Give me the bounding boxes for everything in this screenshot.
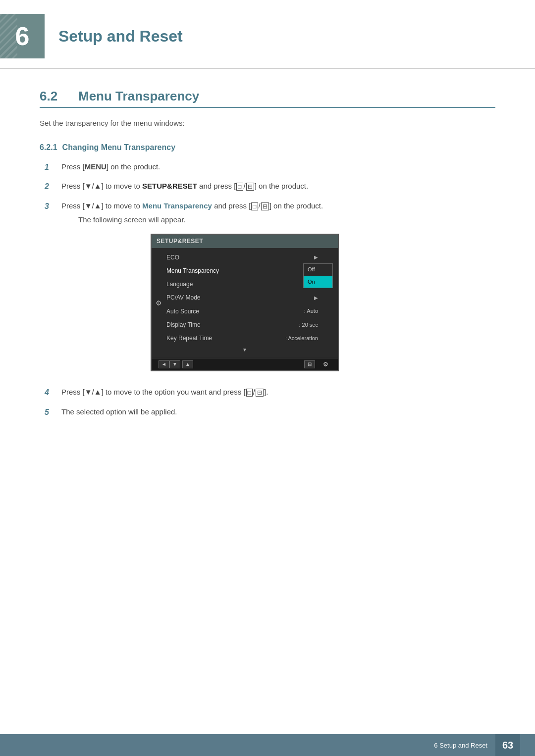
step-2: 2 Press [▼/▲] to move to SETUP&RESET and… xyxy=(45,180,495,193)
osd-label-keyrepeat: Key Repeat Time xyxy=(166,334,285,343)
osd-screenshot: SETUP&RESET ⚙ ECO ▶ xyxy=(151,234,339,372)
main-content: 6.2 Menu Transparency Set the transparen… xyxy=(0,69,535,465)
osd-row-menu-transparency-container: Menu Transparency : Off Off On xyxy=(152,264,338,278)
subsection-title: Changing Menu Transparency xyxy=(62,143,175,152)
step-3: 3 Press [▼/▲] to move to Menu Transparen… xyxy=(45,200,495,380)
step-1: 1 Press [MENU] on the product. xyxy=(45,161,495,174)
osd-label-menu-transparency: Menu Transparency xyxy=(166,266,305,276)
step-1-number: 1 xyxy=(45,161,58,174)
chapter-number-box: 6 xyxy=(0,14,45,58)
osd-label-eco: ECO xyxy=(166,253,314,262)
osd-btn-up: ▲ xyxy=(182,360,193,368)
step-3-text: Press [▼/▲] to move to Menu Transparency… xyxy=(61,202,323,210)
step-2-text: Press [▼/▲] to move to SETUP&RESET and p… xyxy=(61,180,495,192)
section-description: Set the transparency for the menu window… xyxy=(40,118,495,129)
step-4: 4 Press [▼/▲] to move to the option you … xyxy=(45,386,495,399)
steps-list: 1 Press [MENU] on the product. 2 Press [… xyxy=(45,161,495,419)
osd-option-off: Off xyxy=(304,264,332,276)
step-4-number: 4 xyxy=(45,386,58,399)
osd-btn-settings: ⚙ xyxy=(320,360,331,368)
step-3-subnote: The following screen will appear. xyxy=(78,214,495,226)
page-footer: 6 Setup and Reset 63 xyxy=(0,734,535,756)
osd-screen: SETUP&RESET ⚙ ECO ▶ xyxy=(151,234,339,372)
osd-value-displaytime: : 20 sec xyxy=(299,321,318,330)
osd-label-language: Language xyxy=(166,280,318,289)
footer-section-text: 6 Setup and Reset xyxy=(434,742,487,749)
osd-scroll-indicator: ▼ xyxy=(152,345,338,355)
section-number: 6.2 xyxy=(40,89,69,104)
osd-title-bar: SETUP&RESET xyxy=(152,235,338,248)
osd-btn-down: ▼ xyxy=(169,360,180,368)
osd-row-displaytime: Display Time : 20 sec xyxy=(152,318,338,332)
osd-label-autosource: Auto Source xyxy=(166,307,304,316)
osd-btn-nav-group: ▼ ▲ xyxy=(169,360,193,368)
chapter-title: Setup and Reset xyxy=(58,27,183,46)
chapter-header: 6 Setup and Reset xyxy=(0,0,535,69)
osd-arrow-eco: ▶ xyxy=(314,253,318,261)
osd-value-keyrepeat: : Acceleration xyxy=(285,334,318,343)
step-3-number: 3 xyxy=(45,200,58,213)
footer-page-number: 63 xyxy=(495,734,520,756)
chapter-number: 6 xyxy=(15,21,30,51)
section-heading: 6.2 Menu Transparency xyxy=(40,89,495,108)
step-5-number: 5 xyxy=(45,406,58,419)
osd-label-displaytime: Display Time xyxy=(166,320,299,330)
osd-label-pcav: PC/AV Mode xyxy=(166,293,314,302)
osd-content: ⚙ ECO ▶ Menu Transparency xyxy=(152,248,338,358)
osd-btn-back: ◄ xyxy=(159,360,169,368)
osd-option-on-selected: On xyxy=(304,276,332,288)
step-5-text: The selected option will be applied. xyxy=(61,406,495,418)
step-1-text: Press [MENU] on the product. xyxy=(61,161,495,173)
osd-toolbar: ◄ ▼ ▲ ⊟ ⚙ xyxy=(152,358,338,370)
gear-icon: ⚙ xyxy=(156,298,162,308)
osd-dropdown-mt: Off On xyxy=(303,263,333,288)
osd-row-eco: ECO ▶ xyxy=(152,251,338,264)
osd-btn-left-group: ◄ xyxy=(159,360,169,368)
osd-arrow-pcav: ▶ xyxy=(314,294,318,302)
subsection-heading: 6.2.1 Changing Menu Transparency xyxy=(40,143,495,152)
subsection-number: 6.2.1 xyxy=(40,143,57,152)
osd-btn-enter: ⊟ xyxy=(304,360,315,368)
step-2-number: 2 xyxy=(45,180,58,193)
section-title: Menu Transparency xyxy=(78,89,199,104)
step-5: 5 The selected option will be applied. xyxy=(45,406,495,419)
osd-colon-as: : Auto xyxy=(304,307,318,316)
osd-row-keyrepeat: Key Repeat Time : Acceleration xyxy=(152,332,338,345)
osd-row-autosource: Auto Source : Auto xyxy=(152,305,338,318)
step-4-text: Press [▼/▲] to move to the option you wa… xyxy=(61,386,495,398)
osd-row-pcav: PC/AV Mode ▶ xyxy=(152,291,338,304)
